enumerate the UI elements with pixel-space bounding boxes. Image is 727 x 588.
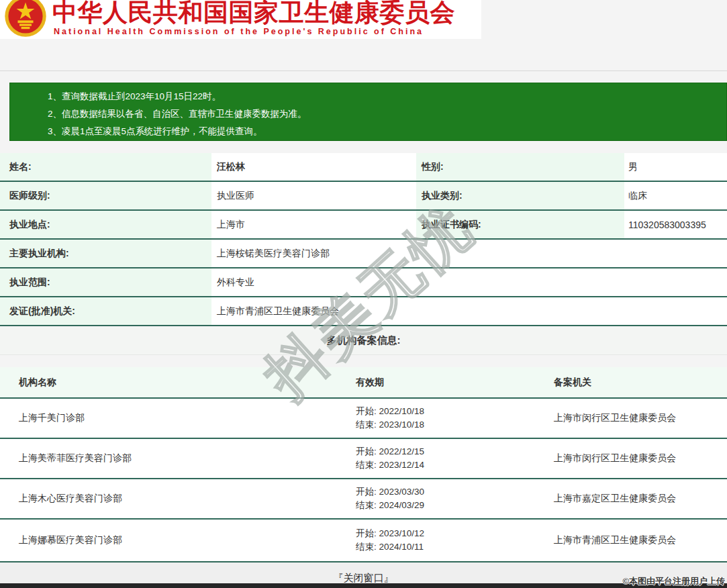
validity-cell: 开始: 2022/10/18 结束: 2023/10/18 xyxy=(346,405,550,432)
multi-org-section-title: 多机构备案信息: xyxy=(0,326,727,355)
validity-cell: 开始: 2023/10/12 结束: 2024/10/11 xyxy=(346,527,550,554)
table-row: 上海娜慕医疗美容门诊部 开始: 2023/10/12 结束: 2024/10/1… xyxy=(0,520,727,562)
authority-cell: 上海市嘉定区卫生健康委员会 xyxy=(550,493,727,505)
name-label: 姓名: xyxy=(0,153,211,181)
cert-no-value: 110320583003395 xyxy=(624,211,727,238)
location-value: 上海市 xyxy=(211,211,416,238)
notice-line: 2、信息数据结果以各省、自治区、直辖市卫生健康委数据为准。 xyxy=(48,105,726,123)
org-name-cell: 上海美蒂菲医疗美容门诊部 xyxy=(0,452,346,464)
validity-start: 开始: 2023/03/30 xyxy=(356,485,550,499)
validity-cell: 开始: 2022/12/15 结束: 2023/12/14 xyxy=(346,445,550,472)
level-label: 医师级别: xyxy=(0,182,211,209)
notice-line: 1、查询数据截止到2023年10月15日22时。 xyxy=(48,88,726,105)
validity-start: 开始: 2023/10/12 xyxy=(356,527,550,540)
org-name-header: 机构名称 xyxy=(0,377,346,389)
authority-header: 备案机关 xyxy=(550,377,727,389)
org-name-cell: 上海木心医疗美容门诊部 xyxy=(0,493,346,505)
main-org-value: 上海桉锘美医疗美容门诊部 xyxy=(211,240,727,267)
validity-cell: 开始: 2023/03/30 结束: 2024/03/29 xyxy=(346,485,550,512)
validity-start: 开始: 2022/12/15 xyxy=(356,445,550,458)
issuer-value: 上海市青浦区卫生健康委员会 xyxy=(211,297,727,325)
validity-end: 结束: 2024/03/29 xyxy=(356,499,550,512)
category-value: 临床 xyxy=(624,182,727,209)
info-row-name-gender: 姓名: 汪松林 性别: 男 xyxy=(0,153,727,182)
records-header-row: 机构名称 有效期 备案机关 xyxy=(0,367,727,399)
authority-cell: 上海市闵行区卫生健康委员会 xyxy=(550,452,727,464)
level-value: 执业医师 xyxy=(211,182,416,209)
validity-end: 结束: 2023/12/14 xyxy=(356,458,550,472)
info-row-issuer: 发证(批准)机关: 上海市青浦区卫生健康委员会 xyxy=(0,297,727,326)
category-label: 执业类别: xyxy=(416,182,624,209)
china-national-emblem-icon xyxy=(4,0,47,38)
page-footer: 『关闭窗口』 ©本图由平台注册用户上传 xyxy=(0,562,727,588)
validity-end: 结束: 2023/10/18 xyxy=(356,418,550,432)
org-name-cell: 上海娜慕医疗美容门诊部 xyxy=(0,534,346,546)
validity-end: 结束: 2024/10/11 xyxy=(356,540,550,554)
name-value: 汪松林 xyxy=(211,153,416,181)
header-divider xyxy=(0,70,727,71)
info-row-main-org: 主要执业机构: 上海桉锘美医疗美容门诊部 xyxy=(0,240,727,268)
info-row-location-certno: 执业地点: 上海市 执业证书编码: 110320583003395 xyxy=(0,211,727,240)
bottom-dark-bar xyxy=(0,583,727,588)
notice-box: 1、查询数据截止到2023年10月15日22时。 2、信息数据结果以各省、自治区… xyxy=(9,83,727,141)
table-row: 上海木心医疗美容门诊部 开始: 2023/03/30 结束: 2024/03/2… xyxy=(0,479,727,520)
uploader-watermark: ©本图由平台注册用户上传 xyxy=(622,575,725,587)
authority-cell: 上海市闵行区卫生健康委员会 xyxy=(550,412,727,424)
site-subtitle: National Health Commission of the People… xyxy=(54,27,424,36)
table-row: 上海美蒂菲医疗美容门诊部 开始: 2022/12/15 结束: 2023/12/… xyxy=(0,439,727,479)
table-row: 上海千美门诊部 开始: 2022/10/18 结束: 2023/10/18 上海… xyxy=(0,399,727,439)
physician-info-table: 姓名: 汪松林 性别: 男 医师级别: 执业医师 执业类别: 临床 执业地点: … xyxy=(0,153,727,326)
scope-value: 外科专业 xyxy=(211,268,727,296)
main-org-label: 主要执业机构: xyxy=(0,240,211,267)
validity-header: 有效期 xyxy=(346,377,550,389)
info-row-scope: 执业范围: 外科专业 xyxy=(0,268,727,297)
site-title: 中华人民共和国国家卫生健康委员会 xyxy=(52,0,455,30)
cert-no-label: 执业证书编码: xyxy=(416,211,624,238)
gender-label: 性别: xyxy=(416,153,624,181)
gender-value: 男 xyxy=(624,153,727,181)
info-row-level-category: 医师级别: 执业医师 执业类别: 临床 xyxy=(0,182,727,211)
issuer-label: 发证(批准)机关: xyxy=(0,297,211,325)
multi-org-records-table: 机构名称 有效期 备案机关 上海千美门诊部 开始: 2022/10/18 结束:… xyxy=(0,367,727,562)
validity-start: 开始: 2022/10/18 xyxy=(356,405,550,418)
site-header: 中华人民共和国国家卫生健康委员会 National Health Commiss… xyxy=(0,0,481,39)
location-label: 执业地点: xyxy=(0,211,211,238)
notice-line: 3、凌晨1点至凌晨5点系统进行维护，不能提供查询。 xyxy=(48,123,726,140)
scope-label: 执业范围: xyxy=(0,268,211,296)
authority-cell: 上海市青浦区卫生健康委员会 xyxy=(550,534,727,546)
org-name-cell: 上海千美门诊部 xyxy=(0,412,346,424)
